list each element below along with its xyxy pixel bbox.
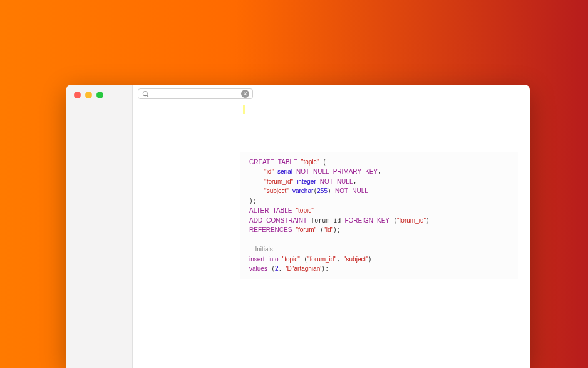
code-block-swift [240, 314, 518, 315]
svg-line-1 [147, 95, 148, 97]
svg-point-0 [143, 91, 147, 95]
heading-sql [240, 139, 518, 150]
search-input[interactable] [152, 90, 239, 98]
minimize-button[interactable] [85, 92, 92, 98]
editor-body[interactable]: CREATE TABLE "topic" ( "id" serial NOT N… [229, 95, 530, 368]
search-icon [142, 90, 150, 98]
sidebar-cloud-header [66, 108, 132, 115]
heading-manual-declaration [240, 285, 518, 297]
window-controls [74, 92, 103, 98]
code-block-sql: CREATE TABLE "topic" ( "id" serial NOT N… [240, 152, 518, 279]
sidebar-tags-header [66, 120, 132, 126]
window-title [229, 85, 530, 95]
heading-code-highlighting [240, 104, 518, 115]
editor-pane: CREATE TABLE "topic" ( "id" serial NOT N… [229, 85, 530, 368]
notes-list: ✕ [133, 85, 229, 368]
hero-title [0, 0, 588, 26]
heading-swift [240, 302, 518, 312]
sidebar [66, 85, 133, 368]
app-window: ✕ CREATE TABLE "topic" ( "id" serial NOT… [66, 85, 530, 368]
close-button[interactable] [74, 92, 81, 98]
heading-autodetect [240, 123, 518, 134]
maximize-button[interactable] [96, 92, 103, 98]
